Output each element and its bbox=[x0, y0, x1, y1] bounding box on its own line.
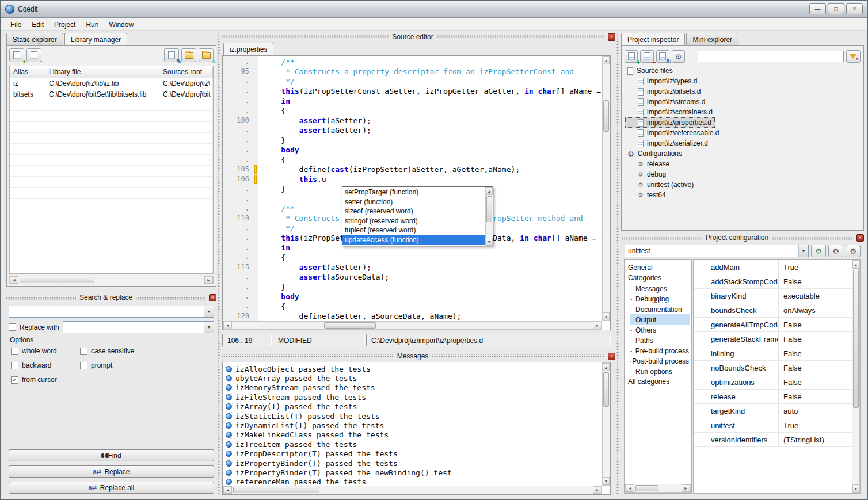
code-line[interactable]: { bbox=[263, 253, 602, 262]
code-line[interactable]: this(izPropSetterConst aSetter, izPropGe… bbox=[263, 86, 602, 96]
code-line[interactable]: } bbox=[263, 282, 602, 292]
scroll-down-button[interactable]: ▼ bbox=[486, 238, 493, 246]
message-item[interactable]: izArray(T) passed the tests bbox=[224, 402, 601, 411]
column-header-library-file[interactable]: Library file bbox=[45, 66, 159, 78]
column-header-sources-root[interactable]: Sources root bbox=[159, 66, 213, 78]
message-item[interactable]: izMakeLinkedClass passed the tests bbox=[224, 430, 601, 440]
tree-section[interactable]: Source files bbox=[625, 66, 861, 76]
table-row[interactable]: izC:\Dev\dproj\iz\lib\iz.libC:\Dev\dproj… bbox=[10, 78, 213, 89]
replace-term-combo[interactable]: ▼ bbox=[63, 321, 214, 333]
scroll-right-button[interactable]: ► bbox=[204, 276, 213, 284]
scroll-thumb[interactable] bbox=[233, 487, 319, 493]
chevron-down-icon[interactable]: ▼ bbox=[204, 306, 214, 317]
scroll-left-button[interactable]: ◄ bbox=[223, 486, 232, 494]
checkbox-case-sensitive[interactable]: case sensitive bbox=[80, 346, 201, 356]
property-vscrollbar[interactable]: ▲ ▼ bbox=[852, 260, 860, 493]
scroll-thumb[interactable] bbox=[853, 270, 859, 408]
scroll-track[interactable] bbox=[603, 64, 610, 312]
menu-window[interactable]: Window bbox=[104, 19, 139, 30]
message-item[interactable]: izStaticList(T) passed the tests bbox=[224, 411, 601, 421]
scroll-thumb[interactable] bbox=[603, 100, 609, 132]
select-sources-root-button[interactable]: + bbox=[199, 48, 214, 62]
message-item[interactable]: izFileStream passed the tests bbox=[224, 392, 601, 402]
edit-configuration-button[interactable]: ⚙ bbox=[846, 245, 861, 257]
tree-item[interactable]: import\iz\properties.d bbox=[625, 117, 715, 128]
close-panel-icon[interactable]: × bbox=[209, 294, 216, 301]
message-item[interactable]: izDynamicList(T) passed the tests bbox=[224, 421, 601, 430]
grip-dots[interactable] bbox=[621, 236, 702, 240]
menu-run[interactable]: Run bbox=[81, 19, 104, 30]
tab-static-explorer[interactable]: Static explorer bbox=[6, 33, 63, 45]
replace-all-button[interactable]: a⇄ Replace all bbox=[9, 482, 214, 494]
tree-section[interactable]: ⚙Configurations bbox=[625, 148, 861, 159]
clear-filter-button[interactable]: × bbox=[846, 50, 861, 63]
tab-mini-explorer[interactable]: Mini explorer bbox=[686, 33, 738, 45]
scroll-track[interactable] bbox=[486, 195, 493, 238]
maximize-button[interactable]: □ bbox=[828, 3, 844, 14]
library-table-hscrollbar[interactable]: ◄ ► bbox=[9, 276, 214, 284]
completion-item[interactable]: updateAccess (function) bbox=[342, 235, 485, 245]
property-row[interactable]: releaseFalse bbox=[694, 390, 852, 404]
menu-edit[interactable]: Edit bbox=[26, 19, 49, 30]
message-item[interactable]: izMemoryStream passed the tests bbox=[224, 383, 601, 392]
edit-alias-button[interactable]: ✎ bbox=[164, 48, 179, 62]
code-line[interactable]: define(aSetter, aSourceData, aName); bbox=[263, 311, 602, 321]
checkbox-box[interactable] bbox=[80, 362, 87, 369]
remove-configuration-button[interactable]: ⚙ bbox=[828, 245, 843, 257]
close-panel-icon[interactable]: × bbox=[608, 353, 615, 360]
project-tools-button[interactable]: ⚙ bbox=[672, 50, 685, 63]
property-row[interactable]: binaryKindexecutable bbox=[694, 289, 852, 303]
scroll-thumb[interactable] bbox=[20, 277, 94, 283]
tab-iz-properties[interactable]: iz.properties bbox=[223, 43, 273, 55]
checkbox-box[interactable] bbox=[11, 362, 18, 369]
code-line[interactable]: assert(aSetter); bbox=[263, 262, 602, 272]
message-item[interactable]: izAllocObject passed the tests bbox=[224, 364, 601, 373]
tree-item[interactable]: import\iz\referencable.d bbox=[625, 128, 722, 138]
message-item[interactable]: izPropertyBinder(T) passed the newBindin… bbox=[224, 468, 601, 477]
checkbox-box[interactable]: ✓ bbox=[11, 376, 18, 384]
completion-item[interactable]: setPropTarget (function) bbox=[342, 188, 485, 197]
add-configuration-button[interactable]: ⚙ bbox=[811, 245, 826, 257]
code-line[interactable]: assert(aSourceData); bbox=[263, 272, 602, 282]
property-row[interactable]: targetKindauto bbox=[694, 404, 852, 418]
completion-item[interactable]: setter (function) bbox=[342, 197, 485, 207]
code-line[interactable]: body bbox=[263, 145, 602, 155]
scroll-right-button[interactable]: ► bbox=[593, 486, 601, 494]
close-panel-icon[interactable]: × bbox=[856, 234, 864, 242]
grip-dots[interactable] bbox=[221, 35, 389, 39]
checkbox-whole-word[interactable]: whole word bbox=[11, 346, 80, 356]
completion-item[interactable]: tupleof (reserved word) bbox=[342, 226, 485, 235]
chevron-down-icon[interactable]: ▼ bbox=[204, 322, 214, 333]
search-term-combo[interactable]: ▼ bbox=[9, 306, 214, 318]
column-header-alias[interactable]: Alias bbox=[10, 66, 45, 78]
tab-project-inspector[interactable]: Project inspector bbox=[621, 33, 685, 45]
property-row[interactable]: addMainTrue bbox=[694, 260, 852, 274]
scroll-track[interactable] bbox=[232, 486, 593, 494]
code-line[interactable]: /** bbox=[263, 57, 602, 67]
code-line[interactable]: define(cast(izPropSetter)aSetter, aGette… bbox=[263, 165, 602, 174]
category-pre-build-process[interactable]: Pre-build process bbox=[630, 345, 690, 356]
property-row[interactable]: addStackStompCodeFalse bbox=[694, 274, 852, 289]
code-line[interactable]: assert(aGetter); bbox=[263, 125, 602, 135]
category-others[interactable]: Others bbox=[630, 325, 690, 335]
editor-hscrollbar[interactable]: ◄ ► bbox=[223, 321, 602, 330]
grip-dots[interactable] bbox=[432, 354, 604, 358]
checkbox-box[interactable] bbox=[80, 348, 87, 355]
checkbox-backward[interactable]: backward bbox=[11, 361, 80, 370]
scroll-track[interactable] bbox=[634, 484, 682, 492]
scroll-left-button[interactable]: ◄ bbox=[223, 322, 232, 329]
checkbox-from-cursor[interactable]: ✓from cursor bbox=[11, 375, 80, 384]
category-documentation[interactable]: Documentation bbox=[630, 304, 690, 314]
scroll-left-button[interactable]: ◄ bbox=[626, 484, 634, 492]
refresh-button[interactable]: ↻ bbox=[656, 50, 669, 63]
category-output[interactable]: Output bbox=[630, 314, 690, 325]
checkbox-box[interactable] bbox=[11, 348, 18, 355]
checkbox-prompt[interactable]: prompt bbox=[80, 361, 201, 370]
code-line[interactable]: { bbox=[263, 106, 602, 116]
left-splitter[interactable] bbox=[217, 33, 220, 494]
scroll-down-button[interactable]: ▼ bbox=[852, 484, 859, 493]
completion-item[interactable]: sizeof (reserved word) bbox=[342, 207, 485, 216]
chevron-down-icon[interactable]: ▼ bbox=[798, 245, 808, 257]
category-paths[interactable]: Paths bbox=[630, 335, 690, 345]
message-item[interactable]: izTreeItem passed the tests bbox=[224, 440, 601, 449]
